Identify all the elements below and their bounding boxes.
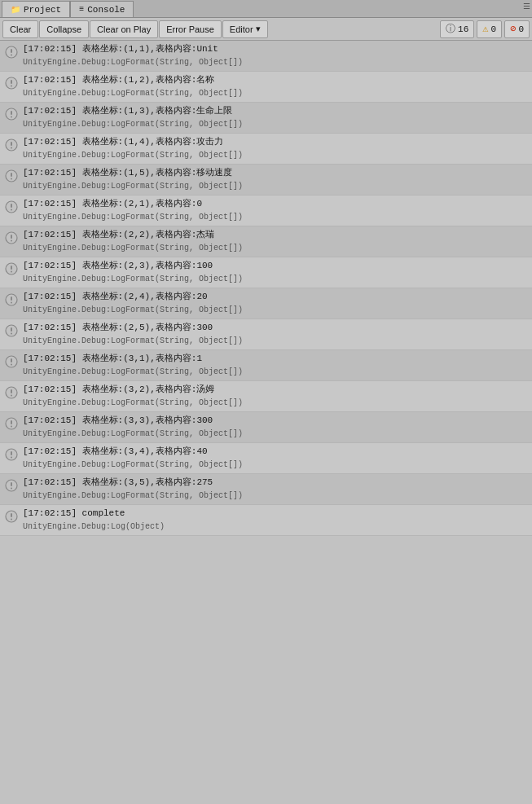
warning-icon <box>3 323 20 339</box>
log-entry[interactable]: [17:02:15] 表格坐标:(2,4),表格内容:20 UnityEngin… <box>0 288 532 319</box>
svg-rect-17 <box>11 209 12 211</box>
log-entry[interactable]: [17:02:15] 表格坐标:(2,2),表格内容:杰瑞 UnityEngin… <box>0 226 532 257</box>
log-entry[interactable]: [17:02:15] 表格坐标:(3,1),表格内容:1 UnityEngine… <box>0 350 532 381</box>
log-entry[interactable]: [17:02:15] 表格坐标:(3,5),表格内容:275 UnityEngi… <box>0 474 532 505</box>
log-entry[interactable]: [17:02:15] 表格坐标:(3,2),表格内容:汤姆 UnityEngin… <box>0 381 532 412</box>
tab-console-label: Console <box>87 5 125 15</box>
warning-icon <box>3 168 20 184</box>
log-entry[interactable]: [17:02:15] 表格坐标:(1,3),表格内容:生命上限 UnityEng… <box>0 103 532 134</box>
log-line1: [17:02:15] 表格坐标:(1,2),表格内容:名称 <box>23 73 529 87</box>
log-line2: UnityEngine.Debug:LogFormat(String, Obje… <box>23 428 529 440</box>
log-line1: [17:02:15] 表格坐标:(2,2),表格内容:杰瑞 <box>23 228 529 242</box>
log-text: [17:02:15] 表格坐标:(2,5),表格内容:300 UnityEngi… <box>23 321 529 347</box>
toolbar-right: ⓘ 16 ⚠ 0 ⊘ 0 <box>440 20 530 38</box>
log-line2: UnityEngine.Debug:LogFormat(String, Obje… <box>23 211 529 223</box>
tab-project[interactable]: 📁 Project <box>2 1 70 17</box>
log-entry[interactable]: [17:02:15] 表格坐标:(1,5),表格内容:移动速度 UnityEng… <box>0 165 532 196</box>
collapse-label: Collapse <box>46 24 81 34</box>
editor-label: Editor <box>230 24 253 34</box>
error-icon: ⊘ <box>510 23 516 35</box>
info-badge[interactable]: ⓘ 16 <box>440 20 474 38</box>
svg-rect-46 <box>11 513 12 517</box>
log-line2: UnityEngine.Debug:LogFormat(String, Obje… <box>23 273 529 285</box>
warn-count: 0 <box>491 24 497 34</box>
log-text: [17:02:15] 表格坐标:(1,3),表格内容:生命上限 UnityEng… <box>23 104 529 130</box>
svg-rect-19 <box>11 235 12 239</box>
svg-rect-20 <box>11 240 12 242</box>
editor-button[interactable]: Editor ▾ <box>222 20 268 38</box>
log-text: [17:02:15] 表格坐标:(3,4),表格内容:40 UnityEngin… <box>23 445 529 471</box>
info-count: 16 <box>458 24 468 34</box>
log-line1: [17:02:15] 表格坐标:(2,3),表格内容:100 <box>23 259 529 273</box>
window: 📁 Project ≡ Console ☰ Clear Collapse Cle… <box>0 0 532 804</box>
svg-rect-1 <box>11 49 12 53</box>
svg-rect-29 <box>11 333 12 335</box>
log-line1: [17:02:15] complete <box>23 507 529 521</box>
warn-badge[interactable]: ⚠ 0 <box>477 20 502 38</box>
error-pause-label: Error Pause <box>166 24 214 34</box>
svg-rect-38 <box>11 426 12 428</box>
error-badge[interactable]: ⊘ 0 <box>504 20 530 38</box>
clear-button[interactable]: Clear <box>2 20 38 38</box>
warning-icon <box>3 106 20 122</box>
error-pause-button[interactable]: Error Pause <box>159 20 222 38</box>
log-text: [17:02:15] 表格坐标:(3,1),表格内容:1 UnityEngine… <box>23 352 529 378</box>
project-icon: 📁 <box>11 5 20 15</box>
svg-rect-37 <box>11 420 12 424</box>
log-line1: [17:02:15] 表格坐标:(1,3),表格内容:生命上限 <box>23 104 529 118</box>
log-line1: [17:02:15] 表格坐标:(2,1),表格内容:0 <box>23 197 529 211</box>
log-line1: [17:02:15] 表格坐标:(1,5),表格内容:移动速度 <box>23 166 529 180</box>
svg-rect-13 <box>11 173 12 177</box>
log-line2: UnityEngine.Debug:LogFormat(String, Obje… <box>23 56 529 68</box>
log-text: [17:02:15] 表格坐标:(1,4),表格内容:攻击力 UnityEngi… <box>23 135 529 161</box>
svg-rect-16 <box>11 204 12 208</box>
log-entry[interactable]: [17:02:15] 表格坐标:(1,2),表格内容:名称 UnityEngin… <box>0 72 532 103</box>
log-text: [17:02:15] 表格坐标:(1,1),表格内容:Unit UnityEng… <box>23 42 529 68</box>
warning-icon <box>3 292 20 308</box>
warning-icon <box>3 230 20 246</box>
collapse-button[interactable]: Collapse <box>39 20 89 38</box>
log-line2: UnityEngine.Debug:LogFormat(String, Obje… <box>23 242 529 254</box>
log-entry[interactable]: [17:02:15] 表格坐标:(1,1),表格内容:Unit UnityEng… <box>0 41 532 72</box>
log-line1: [17:02:15] 表格坐标:(3,3),表格内容:300 <box>23 414 529 428</box>
log-text: [17:02:15] 表格坐标:(3,2),表格内容:汤姆 UnityEngin… <box>23 383 529 409</box>
log-text: [17:02:15] 表格坐标:(1,5),表格内容:移动速度 UnityEng… <box>23 166 529 192</box>
log-line1: [17:02:15] 表格坐标:(3,1),表格内容:1 <box>23 352 529 366</box>
log-entry[interactable]: [17:02:15] 表格坐标:(3,3),表格内容:300 UnityEngi… <box>0 412 532 443</box>
log-text: [17:02:15] 表格坐标:(1,2),表格内容:名称 UnityEngin… <box>23 73 529 99</box>
svg-rect-26 <box>11 302 12 304</box>
log-entry[interactable]: [17:02:15] 表格坐标:(3,4),表格内容:40 UnityEngin… <box>0 443 532 474</box>
window-menu-button[interactable]: ☰ <box>523 2 530 11</box>
warning-icon <box>3 354 20 370</box>
svg-rect-34 <box>11 389 12 393</box>
console-icon: ≡ <box>79 5 84 14</box>
log-entry[interactable]: [17:02:15] complete UnityEngine.Debug:Lo… <box>0 505 532 536</box>
tab-console[interactable]: ≡ Console <box>70 1 134 17</box>
svg-rect-10 <box>11 142 12 146</box>
svg-rect-40 <box>11 451 12 455</box>
svg-rect-8 <box>11 116 12 118</box>
log-line2: UnityEngine.Debug:LogFormat(String, Obje… <box>23 118 529 130</box>
log-entry[interactable]: [17:02:15] 表格坐标:(2,5),表格内容:300 UnityEngi… <box>0 319 532 350</box>
toolbar: Clear Collapse Clear on Play Error Pause… <box>0 18 532 41</box>
clear-on-play-label: Clear on Play <box>97 24 151 34</box>
log-line2: UnityEngine.Debug:LogFormat(String, Obje… <box>23 490 529 502</box>
log-line1: [17:02:15] 表格坐标:(2,5),表格内容:300 <box>23 321 529 335</box>
svg-rect-5 <box>11 86 12 87</box>
clear-on-play-button[interactable]: Clear on Play <box>90 20 158 38</box>
log-list: [17:02:15] 表格坐标:(1,1),表格内容:Unit UnityEng… <box>0 41 532 804</box>
log-line1: [17:02:15] 表格坐标:(3,2),表格内容:汤姆 <box>23 383 529 397</box>
svg-rect-23 <box>11 271 12 273</box>
log-entry[interactable]: [17:02:15] 表格坐标:(1,4),表格内容:攻击力 UnityEngi… <box>0 134 532 165</box>
warning-icon <box>3 75 20 91</box>
warning-icon <box>3 384 20 401</box>
log-line2: UnityEngine.Debug:LogFormat(String, Obje… <box>23 459 529 471</box>
warn-icon: ⚠ <box>482 23 488 35</box>
svg-rect-14 <box>11 178 12 180</box>
svg-rect-47 <box>11 519 12 521</box>
log-entry[interactable]: [17:02:15] 表格坐标:(2,3),表格内容:100 UnityEngi… <box>0 257 532 288</box>
log-text: [17:02:15] 表格坐标:(3,3),表格内容:300 UnityEngi… <box>23 414 529 440</box>
log-entry[interactable]: [17:02:15] 表格坐标:(2,1),表格内容:0 UnityEngine… <box>0 196 532 226</box>
log-text: [17:02:15] 表格坐标:(3,5),表格内容:275 UnityEngi… <box>23 476 529 502</box>
log-line2: UnityEngine.Debug:LogFormat(String, Obje… <box>23 180 529 192</box>
